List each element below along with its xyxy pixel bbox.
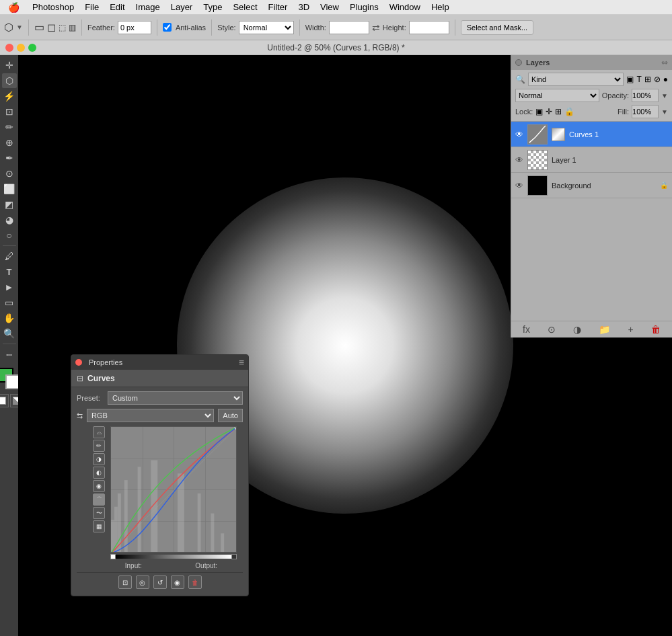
spot-heal-tool[interactable]: ⊕ [2, 135, 17, 150]
curve-smooth-icon[interactable]: 〜 [93, 507, 105, 519]
channel-select[interactable]: RGB Red Green Blue [87, 409, 214, 422]
width-input[interactable] [329, 21, 369, 34]
adjustment-filter-icon[interactable]: T [636, 75, 641, 84]
move-tool[interactable]: ✛ [2, 58, 17, 73]
style-select[interactable]: Normal Fixed Ratio Fixed Size [239, 21, 294, 34]
path-tool[interactable]: ► [2, 280, 17, 294]
eye-icon[interactable]: 👁 [515, 155, 523, 165]
gradient-slider[interactable] [116, 555, 231, 559]
eye-icon[interactable]: 👁 [515, 181, 523, 190]
delete-layer-button[interactable]: 🗑 [651, 324, 661, 335]
menu-select[interactable]: Select [227, 0, 262, 15]
properties-menu-icon[interactable]: ≡ [239, 357, 244, 368]
shape-filter-icon[interactable]: ⊘ [654, 75, 661, 84]
extras-tool[interactable]: ••• [2, 347, 17, 362]
preset-select[interactable]: Custom Default Strong Contrast Linear Co… [108, 391, 243, 405]
new-adjustment-button[interactable]: ◑ [573, 324, 581, 335]
layer-mask-button[interactable]: ⊙ [548, 324, 556, 335]
single-col-icon[interactable]: ▥ [69, 23, 76, 32]
slider-black-point[interactable] [231, 554, 237, 559]
shape-tool[interactable]: ▭ [2, 295, 17, 310]
layers-expand-icon[interactable]: ⇔ [661, 58, 668, 67]
menu-edit[interactable]: Edit [104, 0, 130, 15]
paint-bucket-tool[interactable]: ◩ [2, 197, 17, 212]
curve-sample-shadows[interactable]: ◑ [93, 453, 105, 465]
menu-layer[interactable]: Layer [165, 0, 198, 15]
clone-stamp-tool[interactable]: ⊙ [2, 166, 17, 181]
crop-tool[interactable]: ⊡ [2, 104, 17, 119]
curve-edit-mode-icon[interactable]: ⌓ [93, 426, 105, 438]
lasso-tool[interactable]: ⬡ [2, 73, 17, 88]
eye-button[interactable]: ◎ [136, 575, 149, 589]
eyedropper-tool[interactable]: ✏ [2, 120, 17, 134]
layer-row[interactable]: 👁 Curves 1 [511, 122, 672, 147]
minimize-button[interactable] [17, 44, 25, 52]
auto-button[interactable]: Auto [218, 409, 243, 422]
brush-tool[interactable]: ✒ [2, 151, 17, 165]
menu-3d[interactable]: 3D [293, 0, 315, 15]
lasso-tool-icon[interactable]: ⬡ [4, 21, 13, 34]
menu-photoshop[interactable]: Photoshop [27, 0, 79, 15]
magic-wand-tool[interactable]: ⚡ [2, 89, 17, 104]
apple-menu[interactable]: 🍎 [0, 2, 27, 13]
feather-input[interactable] [118, 21, 151, 34]
hand-tool[interactable]: ✋ [2, 311, 17, 325]
preview-button[interactable]: ◉ [171, 575, 184, 589]
pen-tool[interactable]: 🖊 [2, 249, 17, 264]
lock-position-icon[interactable]: ✛ [546, 107, 552, 116]
swap-icon[interactable]: ⇄ [372, 22, 380, 33]
menu-image[interactable]: Image [130, 0, 165, 15]
eraser-tool[interactable]: ⬜ [2, 182, 17, 196]
smart-filter-icon[interactable]: ● [663, 75, 668, 84]
close-button[interactable] [5, 44, 13, 52]
menu-window[interactable]: Window [384, 0, 426, 15]
select-mask-button[interactable]: Select and Mask... [461, 20, 534, 35]
curve-sample-highlights[interactable]: ◉ [93, 480, 105, 492]
antialias-checkbox[interactable] [163, 23, 172, 32]
new-layer-button[interactable]: + [628, 324, 634, 335]
menu-type[interactable]: Type [198, 0, 227, 15]
menu-view[interactable]: View [315, 0, 344, 15]
new-group-button[interactable]: 📁 [599, 324, 610, 335]
height-input[interactable] [409, 21, 449, 34]
menu-plugins[interactable]: Plugins [344, 0, 384, 15]
fill-arrow[interactable]: ▼ [661, 108, 668, 116]
curve-sample-midtones[interactable]: ◐ [93, 467, 105, 479]
type-tool[interactable]: T [2, 264, 17, 279]
standard-mode[interactable] [0, 394, 9, 407]
opacity-arrow[interactable]: ▼ [661, 92, 668, 100]
menu-file[interactable]: File [79, 0, 104, 15]
maximize-button[interactable] [28, 44, 36, 52]
fill-input[interactable] [632, 105, 659, 118]
blur-tool[interactable]: ◕ [2, 212, 17, 227]
delete-button[interactable]: 🗑 [188, 575, 202, 589]
menu-filter[interactable]: Filter [263, 0, 293, 15]
reset-button[interactable]: ↺ [153, 575, 167, 589]
properties-close-button[interactable] [75, 359, 82, 366]
curve-draw-mode-icon[interactable]: ✏ [93, 440, 105, 452]
lock-all-icon[interactable]: 🔒 [564, 107, 574, 116]
pixel-filter-icon[interactable]: ▣ [626, 75, 634, 84]
layers-close-button[interactable] [515, 59, 522, 66]
zoom-tool[interactable]: 🔍 [2, 326, 17, 341]
lock-pixels-icon[interactable]: ▣ [535, 107, 543, 116]
curves-graph[interactable] [110, 426, 237, 553]
layer-row[interactable]: 👁 Background 🔒 [511, 173, 672, 198]
layer-effects-button[interactable]: fx [523, 324, 530, 335]
curve-histogram-icon[interactable]: ▦ [93, 520, 105, 532]
clip-to-layer-button[interactable]: ⊡ [118, 575, 132, 589]
curve-adjust-icon[interactable]: ⌒ [93, 493, 105, 506]
dodge-tool[interactable]: ○ [2, 228, 17, 243]
round-sel-icon[interactable]: ◻ [47, 21, 56, 34]
layer-row[interactable]: 👁 Layer 1 [511, 147, 672, 173]
eye-icon[interactable]: 👁 [515, 130, 523, 139]
single-row-icon[interactable]: ⬚ [59, 23, 66, 32]
slider-white-point[interactable] [110, 554, 116, 559]
blend-mode-select[interactable]: Normal Multiply Screen [515, 89, 599, 102]
opacity-input[interactable] [632, 89, 659, 102]
lock-artboard-icon[interactable]: ⊞ [555, 107, 562, 116]
menu-help[interactable]: Help [426, 0, 455, 15]
type-filter-icon[interactable]: ⊞ [644, 75, 651, 84]
kind-filter-select[interactable]: Kind [528, 73, 624, 86]
rect-sel-icon[interactable]: ▭ [34, 21, 44, 34]
